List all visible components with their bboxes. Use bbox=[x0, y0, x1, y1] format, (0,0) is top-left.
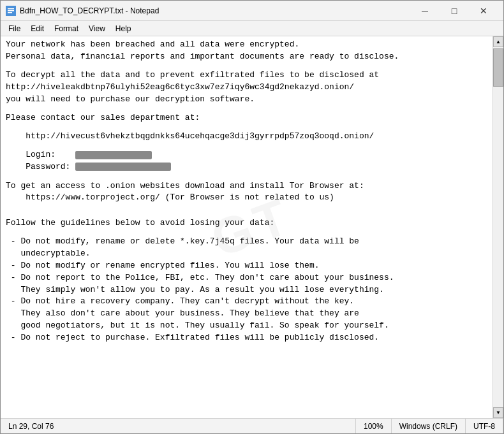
svg-rect-3 bbox=[8, 12, 12, 13]
status-zoom: 100% bbox=[356, 419, 392, 433]
status-position: Ln 29, Col 76 bbox=[1, 419, 356, 433]
status-encoding: UTF-8 bbox=[466, 419, 503, 433]
text-editor[interactable]: Your network has been breached and all d… bbox=[1, 36, 493, 418]
svg-rect-1 bbox=[8, 8, 14, 10]
menu-format[interactable]: Format bbox=[49, 23, 84, 34]
title-bar: Bdfn_HOW_TO_DECRYPT.txt - Notepad ─ □ ✕ bbox=[1, 1, 503, 21]
scroll-up-button[interactable]: ▲ bbox=[493, 36, 503, 47]
app-icon bbox=[6, 6, 16, 16]
menu-bar: File Edit Format View Help bbox=[1, 21, 503, 36]
close-button[interactable]: ✕ bbox=[469, 1, 498, 21]
status-bar: Ln 29, Col 76 100% Windows (CRLF) UTF-8 bbox=[1, 418, 503, 433]
menu-help[interactable]: Help bbox=[110, 23, 137, 34]
maximize-button[interactable]: □ bbox=[440, 1, 469, 21]
vertical-scrollbar[interactable]: ▲ ▼ bbox=[493, 36, 503, 418]
status-line-ending: Windows (CRLF) bbox=[392, 419, 466, 433]
content-area: Your network has been breached and all d… bbox=[1, 36, 503, 418]
notepad-window: Bdfn_HOW_TO_DECRYPT.txt - Notepad ─ □ ✕ … bbox=[0, 0, 504, 434]
menu-edit[interactable]: Edit bbox=[26, 23, 49, 34]
scroll-track[interactable] bbox=[493, 47, 503, 407]
menu-view[interactable]: View bbox=[84, 23, 110, 34]
window-controls: ─ □ ✕ bbox=[410, 1, 498, 21]
menu-file[interactable]: File bbox=[3, 23, 26, 34]
minimize-button[interactable]: ─ bbox=[410, 1, 440, 21]
scroll-thumb[interactable] bbox=[493, 48, 503, 87]
window-title: Bdfn_HOW_TO_DECRYPT.txt - Notepad bbox=[20, 6, 410, 15]
scroll-down-button[interactable]: ▼ bbox=[493, 407, 503, 418]
svg-rect-2 bbox=[8, 10, 14, 11]
